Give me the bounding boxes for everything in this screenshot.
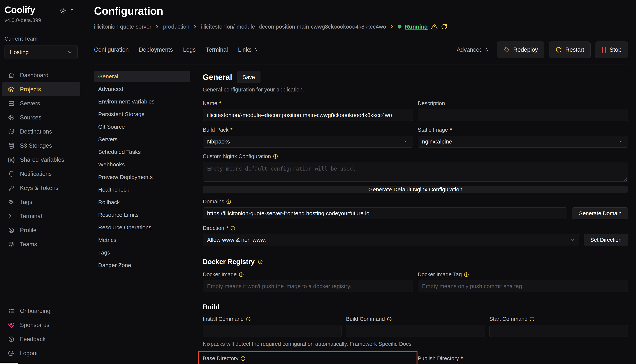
sidebar-item-terminal[interactable]: Terminal: [0, 209, 82, 223]
tab-terminal[interactable]: Terminal: [206, 46, 228, 53]
build-pack-label: Build Pack: [203, 127, 229, 133]
save-button[interactable]: Save: [237, 71, 260, 83]
subnav-item-healthcheck[interactable]: Healthcheck: [94, 184, 190, 195]
info-icon[interactable]: [240, 356, 246, 361]
sidebar-item-tags[interactable]: Tags: [0, 195, 82, 209]
direction-select[interactable]: Allow www & non-www.: [203, 234, 579, 246]
resize-handle[interactable]: [624, 178, 627, 181]
redeploy-button[interactable]: Redeploy: [497, 42, 544, 58]
docker-image-tag-input[interactable]: [418, 280, 628, 292]
subnav-item-rollback[interactable]: Rollback: [94, 197, 190, 208]
team-select[interactable]: Hosting: [5, 45, 78, 59]
subnav-item-advanced[interactable]: Advanced: [94, 84, 190, 94]
sun-icon[interactable]: [60, 8, 66, 14]
restart-button[interactable]: Restart: [549, 42, 591, 58]
tab-logs[interactable]: Logs: [183, 46, 195, 53]
breadcrumb-application[interactable]: illicitestonion/-module--decomposition:m…: [201, 24, 386, 30]
sidebar-item-notifications[interactable]: Notifications: [0, 167, 82, 181]
info-icon[interactable]: [387, 316, 392, 322]
subnav-item-servers[interactable]: Servers: [94, 134, 190, 144]
install-command-input[interactable]: [203, 325, 341, 337]
subnav-item-git-source[interactable]: Git Source: [94, 122, 190, 132]
sidebar-item-s3-storages[interactable]: S3 Storages: [0, 138, 82, 153]
advanced-dropdown[interactable]: Advanced: [457, 46, 489, 53]
info-icon[interactable]: [258, 259, 263, 264]
sidebar-item-keys-tokens[interactable]: Keys & Tokens: [0, 181, 82, 195]
app-logo: Coolify: [5, 4, 35, 16]
sidebar-item-destinations[interactable]: Destinations: [0, 124, 82, 138]
subnav-item-preview-deployments[interactable]: Preview Deployments: [94, 172, 190, 182]
subnav-item-resource-limits[interactable]: Resource Limits: [94, 210, 190, 220]
sidebar-item-sources[interactable]: Sources: [0, 110, 82, 124]
install-command-field: Install Command: [203, 316, 341, 337]
subnav-item-environment-variables[interactable]: Environment Variables: [94, 96, 190, 107]
description-input[interactable]: [418, 109, 628, 121]
subnav-item-scheduled-tasks[interactable]: Scheduled Tasks: [94, 147, 190, 157]
status-badge[interactable]: Running: [405, 24, 428, 30]
sidebar-item-profile[interactable]: Profile: [0, 223, 82, 237]
start-command-input[interactable]: [489, 325, 628, 337]
breadcrumb: illicitonion quote server production ill…: [94, 24, 628, 30]
variable-icon: (x): [8, 157, 15, 163]
generate-nginx-button[interactable]: Generate Default Nginx Configuration: [203, 186, 628, 193]
tab-links[interactable]: Links: [238, 46, 258, 53]
breadcrumb-project[interactable]: illicitonion quote server: [94, 24, 151, 30]
framework-docs-link[interactable]: Framework Specific Docs: [350, 341, 411, 347]
build-command-input[interactable]: [346, 325, 485, 337]
required-marker: *: [226, 225, 228, 231]
info-icon[interactable]: [226, 199, 231, 204]
info-icon[interactable]: [239, 272, 244, 277]
docker-image-input[interactable]: [203, 280, 413, 292]
domains-input[interactable]: [203, 207, 567, 220]
sidebar-item-label: Dashboard: [20, 72, 49, 79]
info-icon[interactable]: [529, 316, 535, 322]
build-pack-select[interactable]: Nixpacks: [203, 136, 413, 148]
warning-triangle-icon[interactable]: [431, 24, 438, 30]
sidebar-item-logout[interactable]: Logout: [0, 346, 82, 360]
user-circle-icon: [8, 227, 15, 234]
set-direction-button[interactable]: Set Direction: [584, 234, 628, 246]
info-icon[interactable]: [464, 272, 469, 277]
tabs: Configuration Deployments Logs Terminal …: [94, 46, 258, 53]
tag-icon: [8, 199, 15, 205]
stop-icon: [602, 47, 606, 52]
sidebar-item-servers[interactable]: Servers: [0, 96, 82, 110]
sidebar-item-projects[interactable]: Projects: [2, 82, 80, 96]
sidebar-item-label: Destinations: [20, 128, 52, 135]
tabbar-divider: [94, 64, 628, 64]
subnav-item-general[interactable]: General: [94, 71, 190, 82]
terminal-icon: [8, 213, 15, 220]
subnav-item-persistent-storage[interactable]: Persistent Storage: [94, 109, 190, 120]
sidebar-item-dashboard[interactable]: Dashboard: [0, 68, 82, 82]
static-image-select[interactable]: nginx:alpine: [418, 136, 628, 148]
info-icon[interactable]: [246, 316, 251, 322]
name-input[interactable]: [203, 109, 413, 121]
sidebar-item-teams[interactable]: Teams: [0, 237, 82, 251]
required-marker: *: [461, 355, 463, 362]
sidebar-item-label: S3 Storages: [20, 142, 52, 149]
build-pack-value: Nixpacks: [207, 138, 230, 145]
start-command-label: Start Command: [489, 316, 527, 322]
generate-domain-button[interactable]: Generate Domain: [572, 207, 628, 220]
tab-deployments[interactable]: Deployments: [139, 46, 173, 53]
chevron-down-icon: [618, 139, 624, 144]
custom-nginx-textarea[interactable]: [203, 162, 628, 182]
breadcrumb-environment[interactable]: production: [163, 24, 189, 30]
direction-label: Direction: [203, 225, 224, 231]
info-icon[interactable]: [273, 154, 278, 159]
subnav-item-webhooks[interactable]: Webhooks: [94, 159, 190, 170]
sidebar-item-shared-variables[interactable]: (x) Shared Variables: [0, 153, 82, 167]
subnav-item-tags[interactable]: Tags: [94, 247, 190, 258]
subnav-item-danger-zone[interactable]: Danger Zone: [94, 260, 190, 270]
page-title: Configuration: [94, 4, 628, 17]
subnav-item-resource-operations[interactable]: Resource Operations: [94, 222, 190, 233]
info-icon[interactable]: [230, 226, 236, 231]
sidebar-item-sponsor-us[interactable]: Sponsor us: [0, 318, 82, 332]
stop-button[interactable]: Stop: [595, 42, 628, 58]
subnav-item-metrics[interactable]: Metrics: [94, 235, 190, 245]
sidebar-item-onboarding[interactable]: Onboarding: [0, 304, 82, 318]
sidebar-item-feedback[interactable]: Feedback: [0, 332, 82, 346]
tab-configuration[interactable]: Configuration: [94, 46, 129, 53]
chevrons-up-down-icon[interactable]: [69, 8, 75, 13]
refresh-icon[interactable]: [441, 24, 447, 30]
